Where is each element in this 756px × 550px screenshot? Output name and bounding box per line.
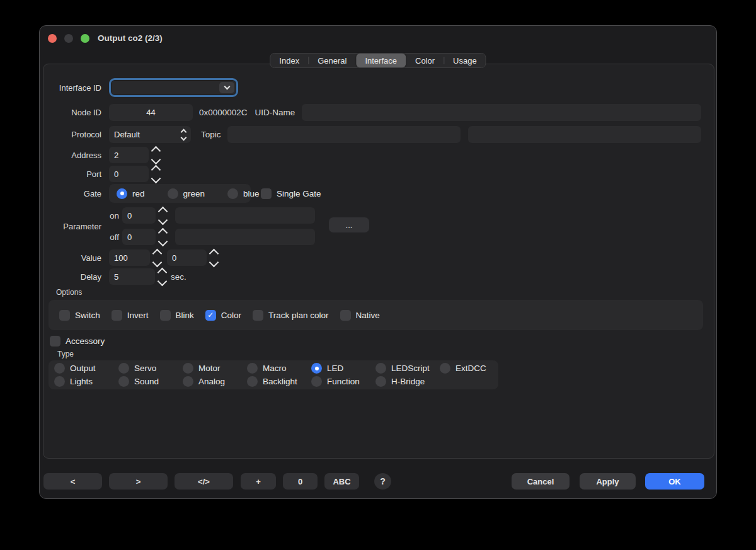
radio-icon[interactable] [375, 376, 386, 387]
type-option-led[interactable]: LED [311, 363, 375, 374]
type-option-macro[interactable]: Macro [247, 363, 311, 374]
parameter-off-field[interactable]: 0 [122, 229, 156, 245]
radio-icon[interactable] [311, 376, 322, 387]
value-2: 0 [172, 253, 176, 263]
parameter-on-field[interactable]: 0 [122, 207, 156, 224]
type-option-ledscript[interactable]: LEDScript [375, 363, 440, 374]
cancel-button[interactable]: Cancel [512, 473, 570, 490]
type-option-motor[interactable]: Motor [183, 363, 247, 374]
checkbox-icon[interactable]: ✓ [205, 310, 216, 321]
delay-stepper[interactable] [159, 269, 166, 285]
radio-icon[interactable] [311, 363, 322, 374]
address-value: 2 [114, 151, 118, 160]
checkbox-icon[interactable]: ✓ [160, 310, 171, 321]
topic-extra-field[interactable] [468, 126, 701, 143]
uid-name-field[interactable] [302, 104, 701, 121]
radio-icon[interactable] [54, 376, 65, 387]
apply-button[interactable]: Apply [580, 473, 636, 490]
radio-icon[interactable] [227, 188, 238, 199]
checkbox-icon[interactable]: ✓ [340, 310, 351, 321]
checkbox-icon[interactable]: ✓ [253, 310, 263, 321]
checkbox-icon[interactable]: ✓ [112, 310, 122, 321]
abc-button-label: ABC [333, 477, 350, 486]
topic-field[interactable] [227, 126, 461, 143]
value-stepper-1[interactable] [154, 250, 161, 266]
type-option-backlight[interactable]: Backlight [247, 376, 311, 387]
radio-icon[interactable] [247, 363, 258, 374]
radio-icon[interactable] [54, 363, 65, 374]
code-button[interactable]: </> [175, 473, 233, 490]
type-option-lights[interactable]: Lights [54, 376, 118, 387]
tab-interface[interactable]: Interface [356, 54, 406, 67]
chevron-down-icon[interactable] [219, 82, 234, 93]
parameter-off-text-field[interactable] [175, 229, 315, 245]
type-option-function[interactable]: Function [311, 376, 375, 387]
option-track-plan-color[interactable]: ✓Track plan color [253, 310, 329, 321]
checkbox-icon[interactable]: ✓ [261, 188, 272, 199]
radio-icon[interactable] [118, 376, 129, 387]
tab-label: General [318, 56, 346, 66]
footer-button-bar: < > </> + 0 ABC ? Cancel Apply OK [43, 473, 704, 490]
prev-button[interactable]: < [43, 473, 102, 490]
interface-id-combobox[interactable] [109, 78, 238, 97]
next-button[interactable]: > [109, 473, 168, 490]
node-id-field[interactable]: 44 [109, 104, 193, 121]
type-option-extdcc[interactable]: ExtDCC [440, 363, 504, 374]
type-option-analog[interactable]: Analog [183, 376, 247, 387]
help-button[interactable]: ? [374, 473, 391, 490]
ok-button-label: OK [668, 477, 681, 486]
checkbox-icon[interactable]: ✓ [50, 336, 60, 347]
ok-button[interactable]: OK [645, 473, 704, 490]
address-field[interactable]: 2 [109, 147, 149, 163]
tab-usage[interactable]: Usage [444, 54, 486, 67]
checkbox-icon[interactable]: ✓ [59, 310, 70, 321]
radio-icon[interactable] [375, 363, 386, 374]
radio-icon[interactable] [247, 376, 258, 387]
tab-general[interactable]: General [309, 54, 355, 67]
tab-index[interactable]: Index [270, 54, 308, 67]
radio-icon[interactable] [440, 363, 450, 374]
zoom-button[interactable] [81, 34, 89, 43]
minimize-button[interactable] [64, 34, 73, 43]
value-stepper-2[interactable] [210, 250, 217, 266]
tab-color[interactable]: Color [406, 54, 444, 67]
value-field-2[interactable]: 0 [167, 249, 207, 266]
accessory-checkbox[interactable]: ✓ Accessory [50, 336, 105, 347]
value-field-1[interactable]: 100 [109, 249, 150, 266]
parameter-on-stepper[interactable] [159, 208, 166, 224]
close-button[interactable] [48, 34, 57, 43]
radio-icon[interactable] [117, 188, 127, 199]
radio-icon[interactable] [118, 363, 129, 374]
parameter-off-stepper[interactable] [159, 229, 166, 245]
radio-icon[interactable] [183, 376, 193, 387]
zero-button[interactable]: 0 [283, 473, 318, 490]
single-gate-checkbox[interactable]: ✓Single Gate [261, 188, 321, 199]
gate-option-blue[interactable]: blue [227, 188, 260, 199]
radio-icon[interactable] [168, 188, 178, 199]
abc-button[interactable]: ABC [324, 473, 359, 490]
type-option-sound[interactable]: Sound [118, 376, 183, 387]
add-button[interactable]: + [241, 473, 276, 490]
option-color[interactable]: ✓Color [205, 310, 241, 321]
option-native[interactable]: ✓Native [340, 310, 380, 321]
radio-icon[interactable] [183, 363, 193, 374]
protocol-popup[interactable]: Default [109, 126, 191, 143]
option-label: Invert [127, 311, 149, 320]
code-button-label: </> [198, 477, 210, 486]
gate-option-green[interactable]: green [168, 188, 205, 199]
type-option-output[interactable]: Output [54, 363, 118, 374]
tab-label: Index [279, 56, 299, 66]
option-invert[interactable]: ✓Invert [112, 310, 149, 321]
port-stepper[interactable] [152, 166, 159, 182]
option-label: Switch [75, 311, 100, 320]
port-field[interactable]: 0 [109, 166, 149, 182]
gate-option-label: green [183, 189, 205, 198]
option-blink[interactable]: ✓Blink [160, 310, 194, 321]
delay-field[interactable]: 5 [109, 268, 155, 285]
option-switch[interactable]: ✓Switch [59, 310, 100, 321]
parameter-on-text-field[interactable] [175, 207, 315, 224]
gate-option-red[interactable]: red [117, 188, 145, 199]
type-option-hbridge[interactable]: H-Bridge [375, 376, 440, 387]
type-option-servo[interactable]: Servo [118, 363, 183, 374]
address-stepper[interactable] [152, 147, 159, 163]
